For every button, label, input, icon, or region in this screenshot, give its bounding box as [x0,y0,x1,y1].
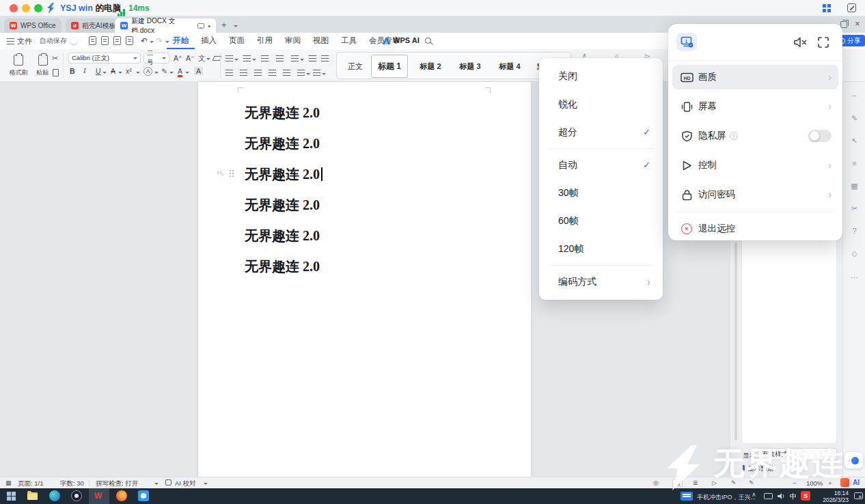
wps-taskbar-active-tile[interactable]: W [89,488,109,504]
notification-center-icon[interactable] [854,492,863,499]
touch-keyboard-icon[interactable] [764,493,773,499]
menu-item-120fps[interactable]: 120帧 [539,235,663,263]
tray-expand-icon[interactable]: ∧ [752,491,756,498]
settings-sliders-icon[interactable]: ≡ [843,159,865,167]
menu-item-off[interactable]: 关闭 [539,62,663,90]
outline-view-icon[interactable]: ≣ [693,479,698,486]
enclose-char-button[interactable]: A [143,67,152,76]
wps-ai-menu[interactable]: WPS AI [393,36,420,44]
distribute-icon[interactable] [283,70,290,76]
strikethrough-button[interactable]: A [111,67,115,75]
page-view-icon[interactable]: ▤ [672,479,683,487]
underline-button[interactable]: U [96,67,101,75]
document-page[interactable]: 无界趣连 2.0 无界趣连 2.0 H₁ 无界趣连 2.0 无界趣连 2.0 无… [198,82,531,477]
char-shading-button[interactable]: A [194,67,203,75]
line-spacing-icon[interactable] [297,70,305,76]
grid-view-icon[interactable]: ▦ [5,479,12,486]
undo-dropdown-icon[interactable] [150,41,154,43]
mac-maximize-button[interactable] [34,4,42,12]
sort-icon[interactable] [309,55,316,61]
remote-computer-name[interactable]: YSJ win 的电脑 [60,3,121,14]
decrease-font-icon[interactable]: A⁻ [186,54,195,62]
start-button[interactable] [5,490,16,501]
tools-icon[interactable]: ✂ [843,204,865,213]
clock[interactable]: 16:14 2026/3/23 [816,490,849,503]
export-icon[interactable] [101,36,109,45]
spellcheck-status[interactable]: 拼写检查: 打开 [96,479,138,488]
style-heading1-selected[interactable]: 标题 1 [371,55,408,78]
file-menu[interactable]: 文件 [17,36,32,46]
volume-icon[interactable] [778,492,786,500]
cloud-sync-icon[interactable] [126,36,133,45]
tab-review[interactable]: 审阅 [279,33,307,49]
doc-heading-line[interactable]: 无界趣连 2.0 [245,227,320,244]
ai-proof-label[interactable]: AI 校对 [175,479,196,488]
style-heading4[interactable]: 标题 4 [494,57,525,76]
save-icon[interactable] [89,36,96,45]
highlight-pen-button[interactable]: ✎ [161,67,167,75]
redo-icon[interactable]: ↷ [156,36,163,46]
steam-icon[interactable] [71,490,82,501]
edge-browser-icon[interactable] [49,490,60,501]
doc-heading-line[interactable]: 无界趣连 2.0 [245,104,320,122]
firefox-icon[interactable] [116,490,127,501]
tab-view[interactable]: 视图 [307,33,335,49]
help-circle-icon[interactable]: ? [730,132,738,140]
display-style-select[interactable]: 有效样式 [758,448,837,460]
tab-document[interactable]: W 新建 DOCX 文档.docx • [115,18,216,33]
feedback-icon[interactable]: ◇ [843,249,865,258]
mute-icon[interactable] [794,36,807,48]
mac-minimize-button[interactable] [22,4,30,12]
panel-item-access-password[interactable]: 访问密码 › [672,182,838,207]
tab-home[interactable]: 开始 [167,33,195,49]
panel-item-exit-remote[interactable]: × 退出远控 [672,216,838,241]
increase-indent-icon[interactable] [276,55,284,61]
font-color-button[interactable]: A [178,67,182,77]
cursor-icon[interactable]: ↖ [843,137,865,145]
phonetic-guide-icon[interactable]: 文 [198,54,206,64]
pen-icon[interactable]: ✎ [843,114,865,123]
tab-list-dropdown-icon[interactable] [234,25,238,27]
zoom-in-icon[interactable]: + [828,479,832,487]
doc-heading-line[interactable]: 无界趣连 2.0 [245,196,320,214]
bold-button[interactable]: B [70,67,75,75]
ai-badge[interactable]: AI [853,479,860,486]
doc-heading-line-active[interactable]: H₁ 无界趣连 2.0 [245,165,322,183]
privacy-screen-toggle[interactable] [808,130,832,142]
panel-item-control[interactable]: 控制 › [672,153,838,178]
menu-item-sharpen[interactable]: 锐化 [539,90,663,118]
format-painter-icon[interactable] [14,55,23,66]
drag-handle-icon[interactable] [229,169,234,178]
cut-icon[interactable]: ✂ [52,54,58,63]
style-normal[interactable]: 正文 [344,57,367,76]
panel-item-screen[interactable]: 屏幕 › [672,94,838,119]
menu-item-30fps[interactable]: 30帧 [539,179,663,207]
align-right-icon[interactable] [254,70,262,76]
undo-icon[interactable]: ↶ [141,36,148,46]
align-left-icon[interactable] [225,70,233,76]
zoom-level[interactable]: 100% [806,479,823,487]
bullet-list-icon[interactable] [225,55,233,61]
menu-item-super-resolution[interactable]: 超分✓ [539,118,663,146]
ink-icon[interactable]: ✎ [749,479,754,486]
new-tab-button[interactable]: + [221,20,227,30]
news-widget-icon[interactable] [681,492,693,501]
style-heading2[interactable]: 标题 2 [415,57,446,76]
tab-page[interactable]: 页面 [223,33,251,49]
tab-wps-home[interactable]: W WPS Office [4,18,61,33]
sogou-ime-icon[interactable]: S [801,491,810,501]
doc-heading-line[interactable]: 无界趣连 2.0 [245,135,320,152]
help-icon[interactable]: ? [843,227,865,235]
italic-button[interactable]: I [83,67,86,74]
ime-indicator[interactable]: 中 [790,492,797,501]
word-count[interactable]: 字数: 30 [60,479,84,488]
zoom-out-icon[interactable]: − [793,479,797,487]
justify-icon[interactable] [269,70,276,76]
menu-item-60fps[interactable]: 60帧 [539,207,663,235]
annotate-icon[interactable]: ✎ [731,479,737,486]
font-name-select[interactable]: Calibri (正文) [68,53,141,64]
ai-assistant-button[interactable]: › [845,452,863,468]
more-icon[interactable]: ⋯ [843,273,865,282]
monitor-icon[interactable]: 1 [676,33,697,51]
pane-scrollbar[interactable] [734,242,737,440]
